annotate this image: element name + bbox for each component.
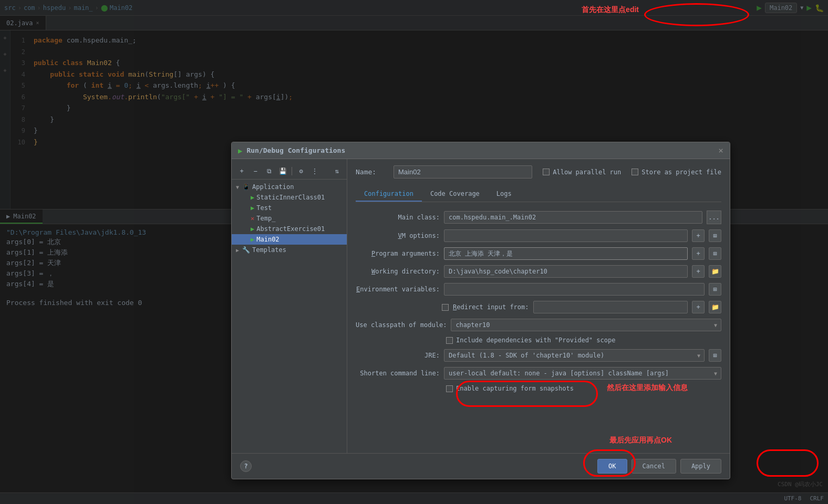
include-deps-checkbox[interactable] — [446, 337, 453, 344]
name-input[interactable] — [394, 165, 532, 178]
name-label: Name: — [356, 168, 387, 176]
dialog-title-bar: ▶ Run/Debug Configurations × — [232, 142, 730, 159]
dialog-left-panel: + − ⧉ 💾 ⚙ ⋮ ⇅ ▼ 📱 Application ▶ StaticIn… — [232, 159, 347, 453]
expand-icon — [244, 195, 251, 201]
toolbar-separator — [292, 167, 292, 175]
enable-capture-checkbox[interactable] — [446, 385, 453, 392]
program-args-label: Program arguments: — [356, 250, 440, 257]
main-class-row: Main class: ... — [356, 211, 721, 224]
tree-item-templates[interactable]: ▶ 🔧 Templates — [232, 245, 347, 255]
env-vars-row: Environment variables: ⊞ — [356, 283, 721, 296]
tree-item-abstract[interactable]: ▶ AbstractExercise01 — [232, 224, 347, 234]
expand-icon — [244, 226, 251, 232]
shorten-label: Shorten command line: — [356, 370, 440, 377]
dialog-right-panel: Name: Allow parallel run Store as projec… — [347, 159, 730, 453]
app-icon: 📱 — [242, 183, 250, 191]
ok-button[interactable]: OK — [597, 459, 627, 474]
jre-config-button[interactable]: ⊞ — [709, 349, 721, 362]
main-class-browse-button[interactable]: ... — [707, 211, 721, 224]
program-args-input[interactable] — [444, 247, 688, 260]
add-config-button[interactable]: + — [236, 165, 247, 177]
jre-select-wrapper: Default (1.8 - SDK of 'chapter10' module… — [444, 349, 705, 362]
settings-config-button[interactable]: ⚙ — [295, 165, 307, 177]
config-tabs: Configuration Code Coverage Logs — [356, 187, 721, 202]
run-icon-1: ▶ — [251, 194, 254, 201]
env-vars-label: Environment variables: — [356, 286, 440, 293]
remove-config-button[interactable]: − — [250, 165, 261, 177]
redirect-checkbox[interactable] — [442, 304, 449, 311]
tab-configuration[interactable]: Configuration — [356, 187, 422, 202]
more-config-button[interactable]: ⋮ — [309, 165, 320, 177]
include-deps-label: Include dependencies with "Provided" sco… — [456, 337, 615, 344]
store-project-label: Store as project file — [641, 169, 721, 176]
allow-parallel-label: Allow parallel run — [553, 169, 621, 176]
enable-capture-label: Enable capturing form snapshots — [456, 385, 574, 392]
tree-label-temp: Temp_ — [256, 215, 275, 222]
vm-options-label: VM options: — [356, 232, 440, 239]
sort-config-button[interactable]: ⇅ — [331, 165, 343, 177]
working-dir-add-button[interactable]: + — [692, 265, 705, 278]
classpath-row: Use classpath of module: chapter10 — [356, 319, 721, 331]
help-button[interactable]: ? — [240, 460, 252, 472]
dialog-toolbar: + − ⧉ 💾 ⚙ ⋮ ⇅ — [232, 163, 347, 180]
shorten-row: Shorten command line: user-local default… — [356, 367, 721, 380]
enable-capture-row: Enable capturing form snapshots — [356, 385, 721, 392]
store-project-checkbox[interactable] — [632, 169, 638, 175]
classpath-select[interactable]: chapter10 — [451, 319, 721, 331]
name-row: Name: Allow parallel run Store as projec… — [356, 165, 721, 178]
include-deps-row: Include dependencies with "Provided" sco… — [356, 337, 721, 344]
run-icon-main02: ▶ — [251, 236, 254, 243]
apply-button[interactable]: Apply — [680, 459, 721, 474]
vm-more-button[interactable]: ⊞ — [709, 229, 721, 242]
main-class-input[interactable] — [444, 211, 702, 224]
dialog-footer: ? OK Cancel Apply — [232, 453, 730, 479]
tree-item-test[interactable]: ▶ Test — [232, 203, 347, 213]
expand-icon — [244, 237, 251, 243]
redirect-input-row: Redirect input from: + 📁 — [356, 301, 721, 313]
vm-options-row: VM options: + ⊞ — [356, 229, 721, 242]
shorten-select-wrapper: user-local default: none - java [options… — [444, 367, 721, 380]
program-args-row: Program arguments: + ⊞ — [356, 247, 721, 260]
tab-logs[interactable]: Logs — [488, 187, 520, 202]
vm-expand-button[interactable]: + — [692, 229, 705, 242]
redirect-input-field[interactable] — [533, 301, 688, 313]
env-vars-browse-button[interactable]: ⊞ — [709, 283, 721, 296]
tree-label-application: Application — [252, 183, 294, 191]
tree-item-temp[interactable]: ✕ Temp_ — [232, 213, 347, 224]
run-icon-3: ▶ — [251, 225, 254, 233]
expand-icon — [244, 216, 251, 222]
tree-item-main02[interactable]: ▶ Main02 — [232, 234, 347, 245]
error-icon: ✕ — [251, 215, 254, 222]
allow-parallel-checkbox[interactable] — [543, 169, 550, 175]
working-dir-browse-button[interactable]: 📁 — [709, 265, 721, 278]
save-config-button[interactable]: 💾 — [277, 165, 288, 177]
working-dir-row: Working directory: + 📁 — [356, 265, 721, 278]
shorten-select[interactable]: user-local default: none - java [options… — [444, 367, 721, 380]
args-expand-button[interactable]: + — [692, 247, 705, 260]
working-dir-label: Working directory: — [356, 268, 440, 275]
tree-item-application[interactable]: ▼ 📱 Application — [232, 182, 347, 192]
store-project-row: Store as project file — [632, 169, 721, 176]
dialog-title-text: Run/Debug Configurations — [246, 146, 345, 154]
dialog-title-icon: ▶ — [238, 146, 242, 155]
jre-label: JRE: — [356, 352, 440, 359]
redirect-browse-button[interactable]: 📁 — [709, 301, 721, 313]
args-more-button[interactable]: ⊞ — [709, 247, 721, 260]
jre-row: JRE: Default (1.8 - SDK of 'chapter10' m… — [356, 349, 721, 362]
tree-label-templates: Templates — [252, 246, 286, 254]
env-vars-input[interactable] — [444, 283, 705, 296]
redirect-input-label: Redirect input from: — [453, 303, 529, 311]
dialog-close-button[interactable]: × — [718, 145, 723, 155]
cancel-button[interactable]: Cancel — [632, 459, 676, 474]
wrench-icon: 🔧 — [242, 246, 250, 254]
tree-label-test: Test — [256, 204, 272, 212]
tab-code-coverage[interactable]: Code Coverage — [422, 187, 488, 202]
jre-select[interactable]: Default (1.8 - SDK of 'chapter10' module… — [444, 349, 705, 362]
dialog-body: + − ⧉ 💾 ⚙ ⋮ ⇅ ▼ 📱 Application ▶ StaticIn… — [232, 159, 730, 453]
classpath-select-wrapper: chapter10 — [451, 319, 721, 331]
copy-config-button[interactable]: ⧉ — [263, 165, 275, 177]
redirect-add-button[interactable]: + — [692, 301, 705, 313]
vm-options-input[interactable] — [444, 229, 688, 242]
working-dir-input[interactable] — [444, 265, 688, 278]
tree-item-staticinner[interactable]: ▶ StaticInnerClass01 — [232, 192, 347, 203]
